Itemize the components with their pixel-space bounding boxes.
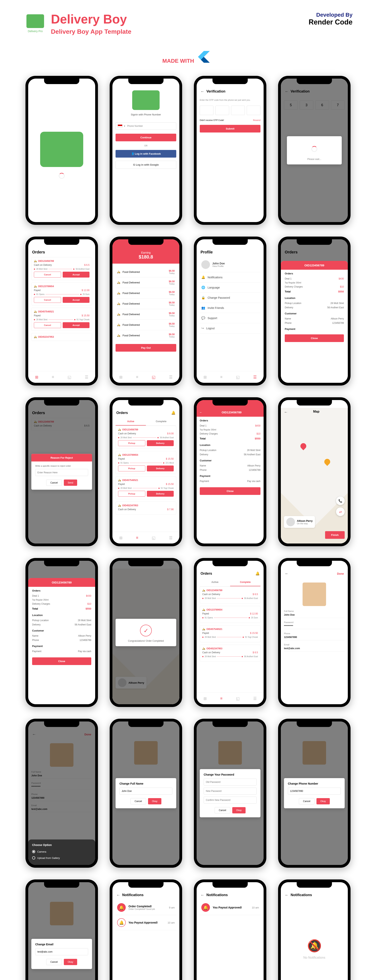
profile-photo[interactable] [303,582,326,606]
email-field[interactable]: test@abc.com [284,647,345,652]
globe-icon: 🌐 [201,286,205,289]
cancel-button[interactable]: Cancel [46,480,62,486]
continue-button[interactable]: Continue [116,134,176,141]
reason-input[interactable] [35,469,88,476]
send-button[interactable]: Send [64,480,77,486]
flag-icon [118,124,122,127]
screen-notifications: ←Notifications 🔔Order Completed!Order Co… [109,880,182,980]
back-icon[interactable]: ← [116,893,120,897]
login-title: Signin with Phone Number [116,113,176,116]
nav-orders-icon[interactable]: ⊞ [35,375,38,379]
menu-invite[interactable]: 👥Invite Friends [200,303,260,313]
name-input[interactable] [119,788,172,795]
bell-off-icon: 🔕 [307,939,322,953]
screen-verification-loading: ←Verification 5367 Please wait... [278,76,351,225]
screen-photo-options: ←Done Full NameJohn Doe Password********… [25,719,98,868]
phone-input[interactable]: ▾ Phone Number [116,122,176,130]
nav-list-icon[interactable]: ≡ [52,375,54,379]
order-detail-sheet: OID123456789 Orders Deal 1$430 Top Regul… [281,261,348,383]
didnt-receive: Didn't receive OTP Code! [200,119,224,121]
otp-inputs[interactable] [200,106,260,115]
or-divider: OR [116,145,176,147]
nav-profile-icon[interactable]: ☰ [85,375,88,379]
accept-button[interactable]: Accept [63,272,89,278]
orders-title: Orders [31,247,92,257]
bell-icon: 🔔 [117,903,126,912]
tab-complete[interactable]: Complete [146,418,176,425]
option-camera[interactable]: Camera [32,848,91,855]
profile-header[interactable]: John DoeView Profile [200,257,260,272]
screen-earning: Earning$180.8 🛵 Food Delivered$6.50Today… [109,237,182,385]
cancel-button[interactable]: Cancel [34,272,61,278]
screen-change-phone: Change Phone Number CancelOkay [278,719,351,868]
submit-button[interactable]: Submit [200,125,260,132]
screen-splash [25,76,98,225]
nav-wallet-icon[interactable]: ◱ [68,375,71,379]
app-logo: Delivery Pro [24,12,47,35]
back-icon[interactable]: ← [285,571,289,576]
verify-desc: Enter the OTP code from the phone we jus… [200,99,260,102]
screen-orders-new: Orders 🛵 OID123456789 Cash on Delivery$ … [25,237,98,385]
tab-active[interactable]: Active [116,418,146,425]
cancel-button[interactable]: Cancel [130,798,146,804]
facebook-button[interactable]: 📘 Log in with Facebook [116,150,176,158]
notification-item[interactable]: 🔔You Payout Approved!10 am [200,900,260,915]
earning-row[interactable]: 🛵 Food Delivered$6.50Today [116,267,176,277]
photo-options-sheet: Choose Option Camera Upload from Gallery [28,840,95,865]
bell-icon: 🔔 [201,275,205,279]
screen-change-password: Change Your Password CancelOkay [194,719,267,868]
back-icon[interactable]: ← [200,89,205,94]
screen-orders-complete-tab: Orders🔔 ActiveComplete 🛵 OID123456789Cas… [194,558,267,707]
phone-input[interactable] [288,788,341,795]
splash-logo [40,132,83,167]
developer-credit: Developed By Render Code [309,12,352,26]
phone-field[interactable]: 1234567890 [284,636,345,640]
reject-dialog: Reason For Reject Write a specific reaso… [31,454,92,490]
screen-orders-tabs: Orders🔔 ActiveComplete 🛵 OID123456789Cas… [109,397,182,546]
fullname-field[interactable]: John Doe [284,614,345,618]
menu-notifications[interactable]: 🔔Notifications [200,272,260,282]
page-header: Delivery Pro Delivery Boy Delivery Boy A… [0,0,376,47]
order-card[interactable]: 🛵 OID452347953 [31,333,92,341]
back-icon[interactable]: ← [284,410,288,414]
call-fab[interactable]: 📞 [336,496,345,505]
notification-item[interactable]: 🔔Order Completed!Order Completed! Good j… [116,900,176,915]
option-gallery[interactable]: Upload from Gallery [32,855,91,861]
okay-button[interactable]: Okay [148,798,161,804]
screen-map: ←Map 📞⇄ Allison PerryOn the way Finish [278,397,351,546]
screen-login: Signin with Phone Number ▾ Phone Number … [109,76,182,225]
finish-button[interactable]: Finish [325,531,345,539]
earning-banner: Earning$180.8 [113,247,179,264]
close-button[interactable]: Close [285,334,344,342]
bottom-nav: ⊞≡◱☰ [28,371,95,383]
order-card[interactable]: 🛵 OID123456789 Cash on Delivery$ 6.5 28 … [31,257,92,280]
menu-language[interactable]: 🌐Language [200,282,260,293]
notification-item[interactable]: 🔔You Payout Approved!10 am [116,915,176,930]
change-phone-dialog: Change Phone Number CancelOkay [284,778,345,808]
lock-icon: 🔒 [201,296,205,299]
verify-title: Verification [206,89,260,94]
menu-logout[interactable]: ↪Logout [200,323,260,333]
detail-order-id: OID123456789 [281,261,348,270]
menu-password[interactable]: 🔒Change Password [200,293,260,303]
old-pass-input[interactable] [204,778,257,786]
loading-modal: Please wait... [287,136,342,164]
screen-notifications-empty: ←Notifications 🔕No Notifications [278,880,351,980]
done-button[interactable]: Done [337,572,344,575]
route-fab[interactable]: ⇄ [336,508,345,516]
confirm-pass-input[interactable] [204,797,257,803]
email-input[interactable] [35,948,88,955]
menu-support[interactable]: 💬Support [200,313,260,323]
support-icon: 💬 [201,316,205,320]
google-button[interactable]: G Log in with Google [116,161,176,169]
bell-icon[interactable]: 🔔 [171,410,176,415]
password-field[interactable]: ********** [284,625,345,629]
loading-spinner [59,173,65,179]
order-card[interactable]: 🛵 OID123789654 Payed$ 12.00 91 Opera25 D… [31,282,92,305]
new-pass-input[interactable] [204,788,257,795]
screen-order-detail-sheet: Orders OID123456789 Orders Deal 1$430 To… [278,237,351,385]
map-user-card[interactable]: Allison PerryOn the way [284,516,315,528]
order-card[interactable]: 🛵 OID457546521 Payed$ 15.50 28 Mott Stre… [31,308,92,331]
payout-button[interactable]: Pay Out [116,344,176,352]
resend-link[interactable]: Resend [253,119,260,121]
